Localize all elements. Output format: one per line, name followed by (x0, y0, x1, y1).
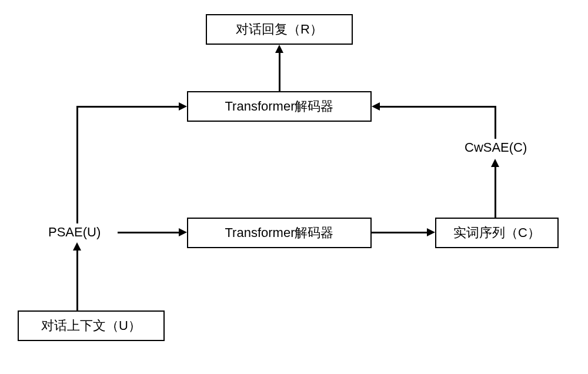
node-content-seq: 实词序列（C） (435, 218, 559, 248)
edge-cwsae-to-decoder-top-head (372, 102, 380, 111)
edge-psae-to-decoder-mid-head (179, 228, 187, 236)
node-cwsae: CwSAE(C) (465, 140, 527, 155)
edge-cwsae-to-decoder-top-v (495, 106, 496, 139)
node-psae-label: PSAE(U) (48, 225, 101, 239)
edge-decoder-mid-to-content-head (427, 228, 435, 236)
edge-context-to-psae-head (73, 242, 81, 251)
edge-decoder-mid-to-content-h (372, 232, 427, 233)
edge-psae-to-decoder-top-head (179, 102, 187, 111)
edge-content-seq-to-cwsae-head (491, 159, 499, 167)
node-transformer-decoder-top-label: Transformer解码器 (225, 98, 334, 115)
edge-psae-to-decoder-top-h (76, 106, 179, 108)
node-transformer-decoder-top: Transformer解码器 (187, 91, 372, 122)
edge-decoder-top-to-reply-head (275, 45, 283, 53)
node-dialog-context: 对话上下文（U） (18, 310, 165, 341)
node-transformer-decoder-mid-label: Transformer解码器 (225, 224, 334, 242)
node-transformer-decoder-mid: Transformer解码器 (187, 218, 372, 248)
edge-psae-to-decoder-mid-h (118, 232, 179, 233)
edge-content-seq-to-cwsae-v (495, 166, 496, 219)
node-dialog-reply: 对话回复（R） (206, 14, 353, 45)
edge-decoder-top-to-reply (279, 52, 280, 92)
node-cwsae-label: CwSAE(C) (465, 140, 527, 155)
edge-psae-to-decoder-top-v (76, 106, 78, 223)
edge-cwsae-to-decoder-top-h (379, 106, 496, 108)
node-psae: PSAE(U) (48, 225, 101, 240)
node-dialog-reply-label: 对话回复（R） (236, 21, 323, 38)
node-dialog-context-label: 对话上下文（U） (41, 317, 141, 335)
edge-context-to-psae-v (76, 249, 78, 310)
node-content-seq-label: 实词序列（C） (453, 224, 540, 242)
